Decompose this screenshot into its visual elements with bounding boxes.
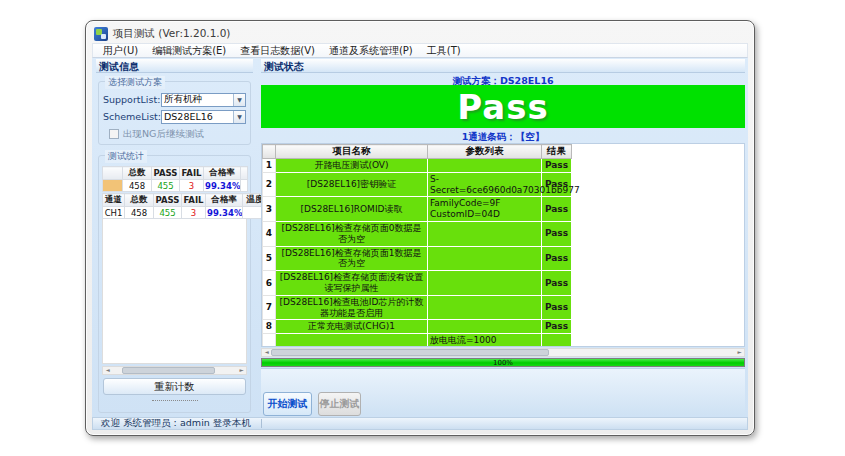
summary-header-pass: PASS [152, 167, 180, 180]
ng-continue-checkbox[interactable] [109, 129, 119, 139]
cell-params [428, 246, 542, 271]
summary-header-total: 总数 [123, 167, 152, 180]
test-status-panel: 测试状态 测试方案：DS28EL16 Pass 1通道条码：【空】 项目名称 参… [261, 59, 745, 415]
pass-status-text: Pass [457, 90, 548, 124]
scroll-left-icon[interactable]: ◄ [103, 367, 112, 374]
channel-pass: 455 [154, 207, 182, 219]
summary-header-fail: FAIL [180, 167, 204, 180]
menu-view-logs[interactable]: 查看日志数据(V) [233, 44, 322, 57]
cell-params [428, 271, 542, 296]
cell-name: [DS28EL16]ROMID读取 [276, 197, 428, 222]
menu-edit-scheme[interactable]: 编辑测试方案(E) [145, 44, 233, 57]
app-icon [94, 27, 108, 41]
supportlist-dropdown[interactable]: 所有机种 ▼ [161, 93, 246, 107]
chevron-down-icon[interactable]: ▼ [233, 111, 245, 123]
cell-no: 2 [263, 172, 276, 197]
channel-header-total: 总数 [125, 194, 154, 207]
start-test-button[interactable]: 开始测试 [263, 392, 312, 416]
schemelist-label: SchemeList: [103, 111, 161, 122]
results-header-params: 参数列表 [428, 145, 542, 159]
cell-result: Pass [542, 271, 572, 296]
scheme-select-group: 选择测试方案 SupportList: 所有机种 ▼ SchemeList: D… [98, 81, 251, 145]
cell-result: Pass [542, 334, 572, 347]
chevron-down-icon[interactable]: ▼ [233, 94, 245, 106]
client-area: 测试信息 选择测试方案 SupportList: 所有机种 ▼ SchemeLi… [92, 58, 748, 417]
cell-no: 6 [263, 271, 276, 296]
table-row[interactable]: 8正常充电测试(CHG)1Pass [263, 320, 572, 334]
stats-group-title: 测试统计 [105, 150, 147, 163]
scheme-group-title: 选择测试方案 [105, 76, 165, 89]
cell-result: Pass [542, 320, 572, 334]
cell-params [428, 221, 542, 246]
channel-rate: 99.34% [206, 207, 243, 219]
cell-params: S-Secret=6ce6960d0a70301bb977 [428, 172, 542, 197]
table-row[interactable]: 9正常放电测试(DSG)1放电电流=1000 放电时间=100 放电电压合格下限… [263, 334, 572, 347]
table-row[interactable]: 5[DS28EL16]检查存储页面1数据是否为空Pass [263, 246, 572, 271]
cell-result: Pass [542, 246, 572, 271]
menu-channel-system[interactable]: 通道及系统管理(P) [322, 44, 420, 57]
action-button-area: 开始测试 停止测试 [261, 368, 745, 415]
summary-pass: 455 [152, 180, 180, 192]
cell-name: [DS28EL16]检查电池ID芯片的计数器功能是否启用 [276, 295, 428, 320]
results-table-area: 项目名称 参数列表 结果 1开路电压测试(OV)Pass2[DS28EL16]密… [261, 143, 745, 347]
results-horizontal-scrollbar[interactable]: ◄ ► [261, 348, 745, 357]
status-bar-text: 欢迎 系统管理员：admin 登录本机 [93, 417, 251, 430]
cell-no: 3 [263, 197, 276, 222]
table-row[interactable]: 4[DS28EL16]检查存储页面0数据是否为空Pass [263, 221, 572, 246]
ng-continue-label: 出现NG后继续测试 [123, 128, 204, 141]
app-window: 项目测试 (Ver:1.20.1.0) 用户(U) 编辑测试方案(E) 查看日志… [85, 20, 755, 436]
cell-params: FamilyCode=9F CustomID=04D [428, 197, 542, 222]
results-table-body: 1开路电压测试(OV)Pass2[DS28EL16]密钥验证S-Secret=6… [263, 159, 572, 348]
stats-empty-area [102, 219, 247, 364]
pass-status-banner: Pass [261, 85, 745, 128]
cell-no: 7 [263, 295, 276, 320]
stats-horizontal-scrollbar[interactable]: ◄ ► [102, 366, 247, 375]
table-row[interactable]: 1开路电压测试(OV)Pass [263, 159, 572, 173]
channel-header-channel: 通道 [103, 194, 125, 207]
schemelist-dropdown[interactable]: DS28EL16 ▼ [161, 110, 246, 124]
cell-result: Pass [542, 295, 572, 320]
table-row[interactable]: 7[DS28EL16]检查电池ID芯片的计数器功能是否启用Pass [263, 295, 572, 320]
test-info-header: 测试信息 [96, 59, 253, 73]
channel-total: 458 [125, 207, 154, 219]
progress-label: 100% [262, 359, 744, 367]
cell-name: [DS28EL16]检查存储页面没有设置读写保护属性 [276, 271, 428, 296]
title-bar[interactable]: 项目测试 (Ver:1.20.1.0) [86, 21, 754, 43]
focus-dots [152, 400, 198, 401]
scroll-left-icon[interactable]: ◄ [262, 349, 271, 356]
results-header-name: 项目名称 [276, 145, 428, 159]
results-header-result: 结果 [542, 145, 572, 159]
reset-count-button[interactable]: 重新计数 [103, 378, 246, 395]
cell-name: [DS28EL16]密钥验证 [276, 172, 428, 197]
scroll-right-icon[interactable]: ► [735, 349, 744, 356]
status-bar-separator [261, 419, 262, 428]
scroll-right-icon[interactable]: ► [237, 367, 246, 374]
summary-row[interactable]: 458 455 3 99.34% [103, 180, 248, 192]
test-stats-group: 测试统计 总数 PASS FAIL 合格率 458 455 [98, 155, 251, 413]
cell-result: Pass [542, 159, 572, 173]
menu-tools[interactable]: 工具(T) [420, 44, 468, 57]
table-row[interactable]: 2[DS28EL16]密钥验证S-Secret=6ce6960d0a70301b… [263, 172, 572, 197]
scrollbar-thumb[interactable] [122, 367, 215, 374]
menu-user[interactable]: 用户(U) [96, 44, 145, 57]
status-bar: 欢迎 系统管理员：admin 登录本机 [92, 417, 748, 430]
cell-no: 4 [263, 221, 276, 246]
window-title: 项目测试 (Ver:1.20.1.0) [113, 27, 230, 41]
summary-header-rate: 合格率 [204, 167, 241, 180]
channel-header-rate: 合格率 [206, 194, 243, 207]
summary-total: 458 [123, 180, 152, 192]
cell-params: 放电电流=1000 放电时间=100 放电电压合格下限=2800 放电电压合格上… [428, 334, 542, 347]
cell-result: Pass [542, 221, 572, 246]
summary-stats-table: 总数 PASS FAIL 合格率 458 455 3 99.34% [102, 166, 248, 192]
stop-test-button: 停止测试 [318, 392, 361, 416]
supportlist-value: 所有机种 [162, 93, 233, 106]
cell-no: 8 [263, 320, 276, 334]
scrollbar-thumb[interactable] [271, 349, 549, 356]
supportlist-label: SupportList: [103, 94, 161, 105]
cell-name: [DS28EL16]检查存储页面0数据是否为空 [276, 221, 428, 246]
test-status-header: 测试状态 [261, 59, 745, 73]
schemelist-value: DS28EL16 [162, 111, 233, 122]
table-row[interactable]: 6[DS28EL16]检查存储页面没有设置读写保护属性Pass [263, 271, 572, 296]
table-row[interactable]: 3[DS28EL16]ROMID读取FamilyCode=9F CustomID… [263, 197, 572, 222]
cell-no: 5 [263, 246, 276, 271]
